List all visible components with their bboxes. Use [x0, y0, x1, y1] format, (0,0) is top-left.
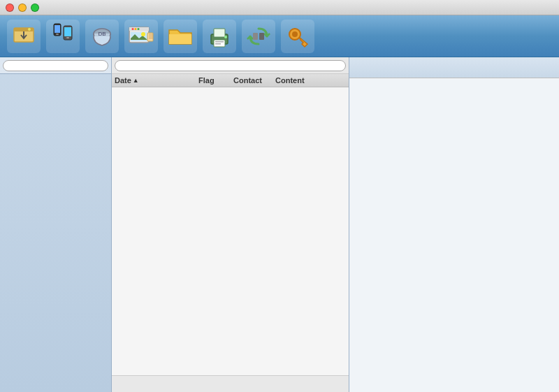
sync-button[interactable]	[242, 20, 275, 53]
svg-rect-6	[56, 34, 59, 35]
folder-button[interactable]	[164, 20, 197, 53]
content-column-header[interactable]: Content	[275, 76, 346, 85]
messages-panel: Date ▲ Flag Contact Content	[112, 57, 349, 392]
svg-point-25	[224, 36, 227, 38]
sidebar-tree	[0, 74, 111, 392]
maximize-button[interactable]	[31, 3, 39, 12]
chat-messages	[349, 78, 559, 392]
phone-button[interactable]	[46, 20, 80, 53]
svg-rect-8	[64, 27, 71, 36]
sort-arrow-icon: ▲	[133, 77, 139, 84]
messages-table-header: Date ▲ Flag Contact Content	[112, 74, 349, 87]
backup-button[interactable]: DB	[85, 20, 119, 53]
import-button[interactable]	[7, 20, 41, 53]
sidebar	[0, 57, 112, 392]
photos-button[interactable]	[124, 20, 158, 53]
svg-text:DB: DB	[98, 31, 106, 37]
svg-point-29	[292, 31, 298, 37]
svg-point-16	[138, 28, 140, 30]
svg-point-2	[28, 28, 31, 31]
chat-header	[349, 57, 559, 78]
svg-rect-24	[215, 43, 221, 45]
messages-search-input[interactable]	[115, 60, 346, 71]
svg-rect-21	[214, 29, 225, 37]
messages-table: Date ▲ Flag Contact Content	[112, 74, 349, 375]
title-bar	[0, 0, 559, 15]
close-button[interactable]	[6, 3, 14, 12]
minimize-button[interactable]	[18, 3, 27, 12]
svg-rect-26	[253, 33, 258, 40]
toolbar: DB	[0, 15, 559, 57]
chat-panel	[349, 57, 559, 392]
svg-rect-9	[66, 37, 69, 38]
svg-rect-5	[55, 25, 60, 33]
flag-column-header[interactable]: Flag	[198, 76, 233, 85]
svg-point-14	[132, 28, 134, 30]
sidebar-search-input[interactable]	[3, 60, 108, 71]
main-area: Date ▲ Flag Contact Content	[0, 57, 559, 392]
window-buttons	[6, 3, 39, 12]
date-column-header[interactable]: Date ▲	[115, 76, 198, 85]
messages-footer	[112, 375, 349, 392]
svg-rect-23	[215, 41, 224, 43]
contact-column-header[interactable]: Contact	[233, 76, 275, 85]
sidebar-search-bar	[0, 57, 111, 74]
messages-search-bar	[112, 57, 349, 74]
key-button[interactable]	[281, 20, 314, 53]
print-button[interactable]	[203, 20, 236, 53]
svg-point-18	[141, 32, 145, 36]
svg-point-15	[135, 28, 137, 30]
svg-rect-27	[259, 33, 264, 40]
